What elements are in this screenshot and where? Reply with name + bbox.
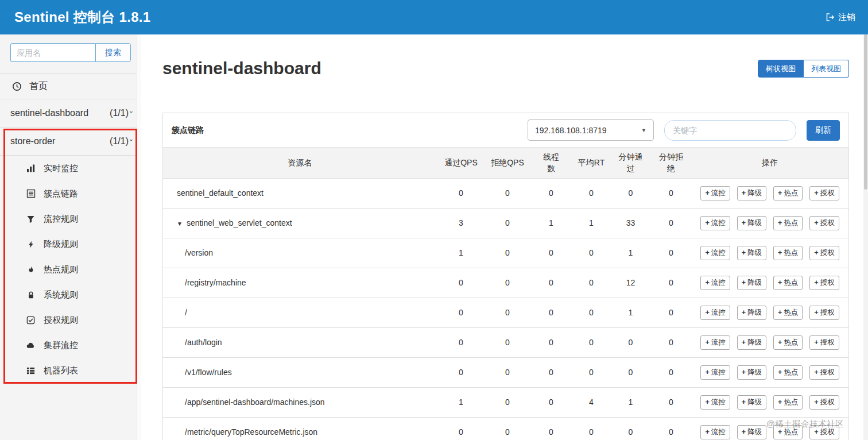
metric-cell: 0 xyxy=(437,417,485,440)
add-flow-rule-button[interactable]: +流控 xyxy=(700,395,730,410)
app-search-button[interactable]: 搜索 xyxy=(95,43,131,62)
add-hotspot-rule-button[interactable]: +热点 xyxy=(773,335,803,350)
sidebar-app-store-order[interactable]: store-order (1/1) ˇ xyxy=(0,128,141,156)
plus-icon: + xyxy=(778,338,782,346)
plus-icon: + xyxy=(742,428,746,436)
th-list-icon xyxy=(26,366,36,375)
add-hotspot-rule-button[interactable]: +热点 xyxy=(773,306,803,320)
add-flow-rule-button[interactable]: +流控 xyxy=(700,276,730,290)
sidebar-item-cluster-flow[interactable]: 集群流控 xyxy=(0,333,141,358)
add-authority-rule-button[interactable]: +授权 xyxy=(809,335,839,350)
add-degrade-rule-button[interactable]: +降级 xyxy=(737,425,766,439)
add-flow-rule-button[interactable]: +流控 xyxy=(700,246,730,260)
sidebar-item-machine-list[interactable]: 机器列表 xyxy=(0,358,141,383)
metric-cell: 0 xyxy=(485,357,530,387)
view-toggle: 树状视图 列表视图 xyxy=(758,60,849,78)
plus-icon: + xyxy=(705,428,709,436)
add-hotspot-rule-button[interactable]: +热点 xyxy=(773,365,803,380)
check-square-icon xyxy=(26,316,36,325)
metric-cell: 1 xyxy=(610,387,651,417)
add-authority-rule-button[interactable]: +授权 xyxy=(809,306,839,320)
plus-icon: + xyxy=(705,338,709,346)
app-name: store-order xyxy=(10,136,55,146)
plus-icon: + xyxy=(742,189,746,197)
column-header: 平均RT xyxy=(572,148,610,178)
add-hotspot-rule-button[interactable]: +热点 xyxy=(773,395,803,410)
select-caret-icon: ▼ xyxy=(641,128,646,133)
add-authority-rule-button[interactable]: +授权 xyxy=(809,216,839,230)
metric-cell: 0 xyxy=(485,327,530,357)
add-degrade-rule-button[interactable]: +降级 xyxy=(737,365,766,380)
add-degrade-rule-button[interactable]: +降级 xyxy=(737,335,766,350)
actions-cell: +流控+降级+热点+授权 xyxy=(691,298,848,327)
metric-cell: 0 xyxy=(572,298,610,327)
chevron-down-icon: ˇ xyxy=(130,110,133,119)
add-flow-rule-button[interactable]: +流控 xyxy=(700,365,730,380)
tree-view-button[interactable]: 树状视图 xyxy=(758,60,804,78)
add-hotspot-rule-button[interactable]: +热点 xyxy=(773,276,803,290)
sidebar-item-system-rules[interactable]: 系统规则 xyxy=(0,282,141,307)
resource-name: sentinel_web_servlet_context xyxy=(187,218,292,227)
add-flow-rule-button[interactable]: +流控 xyxy=(700,425,730,439)
add-degrade-rule-button[interactable]: +降级 xyxy=(737,276,766,290)
metric-cell: 0 xyxy=(437,327,485,357)
add-flow-rule-button[interactable]: +流控 xyxy=(700,306,730,320)
logout-icon xyxy=(826,13,835,22)
plus-icon: + xyxy=(814,279,818,287)
add-authority-rule-button[interactable]: +授权 xyxy=(809,276,839,290)
add-authority-rule-button[interactable]: +授权 xyxy=(809,186,839,200)
keyword-input[interactable] xyxy=(664,120,796,141)
app-name: sentinel-dashboard xyxy=(10,108,88,118)
add-degrade-rule-button[interactable]: +降级 xyxy=(737,186,766,200)
actions-cell: +流控+降级+热点+授权 xyxy=(691,208,848,238)
metric-cell: 1 xyxy=(437,387,485,417)
sidebar-item-home[interactable]: 首页 xyxy=(0,73,141,99)
table-body: sentinel_default_context000000+流控+降级+热点+… xyxy=(163,178,848,440)
plus-icon: + xyxy=(814,338,818,346)
add-degrade-rule-button[interactable]: +降级 xyxy=(737,216,766,230)
sidebar-item-degrade-rules[interactable]: 降级规则 xyxy=(0,231,141,257)
logout-button[interactable]: 注销 xyxy=(826,12,855,23)
metric-cell: 0 xyxy=(651,268,691,298)
page-title: sentinel-dashboard xyxy=(162,59,321,78)
sidebar-app-sentinel-dashboard[interactable]: sentinel-dashboard (1/1) ˇ xyxy=(0,99,141,128)
chart-bar-icon xyxy=(26,164,36,173)
add-flow-rule-button[interactable]: +流控 xyxy=(700,335,730,350)
scrollbar-thumb[interactable] xyxy=(864,34,867,190)
list-view-button[interactable]: 列表视图 xyxy=(804,60,849,78)
metric-cell: 0 xyxy=(530,327,572,357)
sidebar-item-authority-rules[interactable]: 授权规则 xyxy=(0,307,141,333)
add-authority-rule-button[interactable]: +授权 xyxy=(809,246,839,260)
actions-cell: +流控+降级+热点+授权 xyxy=(691,357,848,387)
machine-select[interactable]: 192.168.108.1:8719 ▼ xyxy=(528,119,654,141)
column-header: 拒绝QPS xyxy=(485,148,530,178)
resource-name: /registry/machine xyxy=(185,278,246,287)
add-hotspot-rule-button[interactable]: +热点 xyxy=(773,186,803,200)
collapse-toggle-icon[interactable]: ▼ xyxy=(177,221,183,227)
plus-icon: + xyxy=(742,368,746,376)
sidebar-scrollbar[interactable] xyxy=(137,34,141,440)
plus-icon: + xyxy=(778,249,782,257)
metric-cell: 1 xyxy=(530,208,572,238)
add-flow-rule-button[interactable]: +流控 xyxy=(700,216,730,230)
sidebar-item-hotspot-rules[interactable]: 热点规则 xyxy=(0,257,141,282)
resource-name: sentinel_default_context xyxy=(177,188,264,198)
add-degrade-rule-button[interactable]: +降级 xyxy=(737,306,766,320)
sidebar-item-cluster-link[interactable]: 簇点链路 xyxy=(0,181,141,206)
add-hotspot-rule-button[interactable]: +热点 xyxy=(773,246,803,260)
metric-cell: 0 xyxy=(572,268,610,298)
add-authority-rule-button[interactable]: +授权 xyxy=(809,395,839,410)
table-row: /app/sentinel-dashboard/machines.json100… xyxy=(163,387,848,417)
resource-name-cell: /auth/login xyxy=(163,327,437,357)
metric-cell: 0 xyxy=(651,298,691,327)
add-hotspot-rule-button[interactable]: +热点 xyxy=(773,216,803,230)
add-flow-rule-button[interactable]: +流控 xyxy=(700,186,730,200)
sidebar-item-flow-rules[interactable]: 流控规则 xyxy=(0,206,141,231)
plus-icon: + xyxy=(742,308,746,317)
add-degrade-rule-button[interactable]: +降级 xyxy=(737,246,766,260)
refresh-button[interactable]: 刷新 xyxy=(807,120,840,141)
add-degrade-rule-button[interactable]: +降级 xyxy=(737,395,766,410)
app-search-input[interactable] xyxy=(10,43,95,62)
add-authority-rule-button[interactable]: +授权 xyxy=(809,365,839,380)
sidebar-item-realtime-monitoring[interactable]: 实时监控 xyxy=(0,156,141,181)
